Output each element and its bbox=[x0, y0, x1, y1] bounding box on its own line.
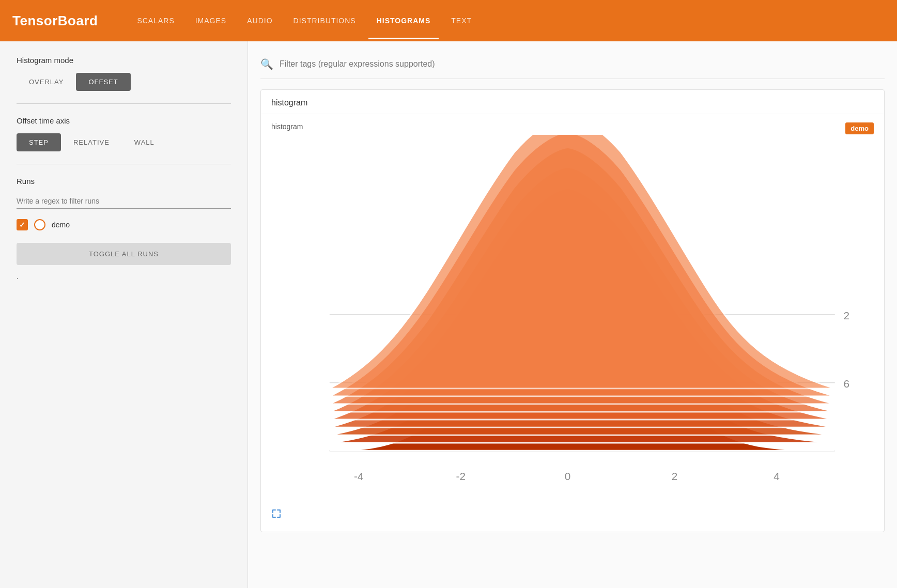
nav-item-distributions[interactable]: DISTRIBUTIONS bbox=[285, 2, 364, 39]
nav-item-images[interactable]: IMAGES bbox=[187, 2, 235, 39]
header: TensorBoard SCALARS IMAGES AUDIO DISTRIB… bbox=[0, 0, 897, 41]
svg-text:4: 4 bbox=[774, 470, 780, 482]
nav-item-histograms[interactable]: HISTOGRAMS bbox=[368, 2, 439, 39]
divider-2 bbox=[17, 164, 231, 164]
time-axis-toggle: STEP RELATIVE WALL bbox=[17, 133, 231, 151]
demo-badge: demo bbox=[845, 122, 874, 134]
nav: SCALARS IMAGES AUDIO DISTRIBUTIONS HISTO… bbox=[129, 2, 885, 39]
runs-section: Runs ✓ demo TOGGLE ALL RUNS . bbox=[17, 177, 231, 281]
content-area: 🔍 histogram histogram demo 2 6 bbox=[248, 41, 897, 588]
chart-sublabel: histogram bbox=[271, 122, 874, 131]
runs-filter-input[interactable] bbox=[17, 194, 231, 209]
run-name-demo: demo bbox=[52, 221, 70, 229]
logo: TensorBoard bbox=[12, 13, 98, 29]
toggle-all-runs-button[interactable]: TOGGLE ALL RUNS bbox=[17, 243, 231, 265]
chart-card-title: histogram bbox=[261, 90, 884, 114]
nav-item-text[interactable]: TEXT bbox=[443, 2, 480, 39]
histogram-svg: 2 6 -4 -2 0 2 4 bbox=[271, 135, 874, 504]
run-color-circle-demo[interactable] bbox=[34, 219, 45, 230]
offset-time-axis-section: Offset time axis STEP RELATIVE WALL bbox=[17, 116, 231, 151]
offset-time-axis-label: Offset time axis bbox=[17, 116, 231, 125]
svg-text:-4: -4 bbox=[354, 470, 363, 482]
histogram-chart: 2 6 -4 -2 0 2 4 bbox=[271, 135, 874, 504]
histogram-mode-toggle: OVERLAY OFFSET bbox=[17, 73, 231, 91]
chart-body: histogram demo 2 6 -4 -2 0 2 bbox=[261, 114, 884, 532]
overlay-button[interactable]: OVERLAY bbox=[17, 73, 76, 91]
svg-text:2: 2 bbox=[672, 470, 677, 482]
svg-text:0: 0 bbox=[565, 470, 571, 482]
main-layout: Histogram mode OVERLAY OFFSET Offset tim… bbox=[0, 41, 897, 588]
checkmark-icon: ✓ bbox=[19, 221, 25, 229]
relative-button[interactable]: RELATIVE bbox=[61, 133, 122, 151]
runs-filter-wrapper bbox=[17, 194, 231, 209]
filter-bar: 🔍 bbox=[260, 52, 885, 79]
histogram-mode-label: Histogram mode bbox=[17, 56, 231, 65]
step-button[interactable]: STEP bbox=[17, 133, 61, 151]
svg-text:2: 2 bbox=[843, 310, 849, 321]
nav-item-scalars[interactable]: SCALARS bbox=[129, 2, 182, 39]
tag-filter-input[interactable] bbox=[280, 59, 885, 69]
offset-button[interactable]: OFFSET bbox=[76, 73, 130, 91]
sidebar: Histogram mode OVERLAY OFFSET Offset tim… bbox=[0, 41, 248, 588]
runs-label: Runs bbox=[17, 177, 231, 185]
wall-button[interactable]: WALL bbox=[122, 133, 167, 151]
svg-text:6: 6 bbox=[843, 378, 849, 390]
dot-label: . bbox=[17, 273, 231, 281]
nav-item-audio[interactable]: AUDIO bbox=[239, 2, 281, 39]
divider-1 bbox=[17, 103, 231, 104]
histogram-mode-section: Histogram mode OVERLAY OFFSET bbox=[17, 56, 231, 91]
run-item-demo: ✓ demo bbox=[17, 219, 231, 230]
search-icon: 🔍 bbox=[260, 58, 273, 70]
expand-icon[interactable] bbox=[271, 508, 282, 521]
chart-card-histogram: histogram histogram demo 2 6 -4 -2 bbox=[260, 89, 885, 532]
svg-text:-2: -2 bbox=[456, 470, 466, 482]
run-checkbox-demo[interactable]: ✓ bbox=[17, 219, 28, 230]
